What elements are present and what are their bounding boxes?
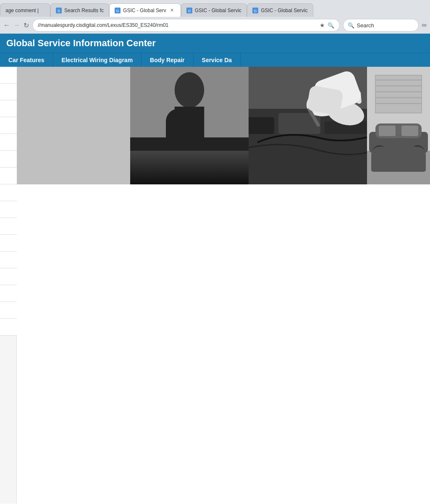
sidebar-item-1[interactable] <box>0 67 17 84</box>
search-magnifier-icon: 🔍 <box>328 22 334 29</box>
svg-rect-32 <box>375 85 422 87</box>
tab-4[interactable]: G GSIC - Global Servic <box>181 3 247 17</box>
content-area <box>17 67 430 504</box>
svg-rect-33 <box>375 91 422 92</box>
svg-point-43 <box>410 145 425 160</box>
hero-gray-placeholder <box>17 67 130 184</box>
tab-1-title: age comment | <box>5 8 45 13</box>
svg-point-42 <box>375 149 384 157</box>
tab-3[interactable]: G GSIC - Global Serv ✕ <box>109 3 181 17</box>
svg-point-44 <box>413 149 422 157</box>
nav-electrical-wiring[interactable]: Electrical Wiring Diagram <box>53 53 142 67</box>
nav-service-data[interactable]: Service Da <box>194 53 241 67</box>
sidebar-item-4[interactable] <box>0 117 17 134</box>
left-sidebar <box>0 67 17 504</box>
tab-5[interactable]: G GSIC - Global Servic <box>247 3 313 17</box>
sidebar-item-8[interactable] <box>0 184 17 201</box>
nav-body-repair[interactable]: Body Repair <box>142 53 193 67</box>
svg-rect-18 <box>249 117 274 134</box>
sidebar-item-3[interactable] <box>0 100 17 117</box>
reload-icon[interactable]: ↻ <box>24 21 29 29</box>
sidebar-item-10[interactable] <box>0 218 17 235</box>
sidebar-item-14[interactable] <box>0 285 17 302</box>
address-bar: ← → ↻ //manualespurdy.cisdigital.com/Lex… <box>0 17 430 34</box>
tab-3-favicon: G <box>115 8 121 13</box>
sidebar-item-2[interactable] <box>0 84 17 100</box>
svg-rect-13 <box>142 167 237 173</box>
svg-rect-11 <box>175 107 205 166</box>
svg-rect-36 <box>367 151 430 184</box>
back-icon[interactable]: ← <box>3 21 10 29</box>
search-bar[interactable]: 🔍 Search <box>343 19 419 32</box>
sidebar-item-12[interactable] <box>0 252 17 268</box>
svg-rect-24 <box>342 85 351 102</box>
hero-panel-1 <box>130 67 249 184</box>
hero-panel-3 <box>367 67 430 184</box>
site-title: Global Service Information Center <box>6 38 156 49</box>
sidebar-item-6[interactable] <box>0 151 17 168</box>
svg-rect-31 <box>375 79 422 81</box>
sidebar-item-13[interactable] <box>0 268 17 285</box>
svg-rect-34 <box>375 97 422 98</box>
tab-5-title: GSIC - Global Servic <box>261 8 307 13</box>
svg-text:G: G <box>116 9 119 13</box>
svg-rect-15 <box>189 176 237 181</box>
svg-rect-30 <box>375 75 422 113</box>
tab-2-favicon: S <box>56 8 62 13</box>
main-layout <box>0 67 430 504</box>
svg-rect-14 <box>148 176 184 181</box>
sidebar-item-16[interactable] <box>0 319 17 336</box>
sidebar-item-15[interactable] <box>0 302 17 319</box>
tab-4-favicon: G <box>186 8 192 13</box>
tab-2[interactable]: S Search Results fc <box>50 3 109 17</box>
tab-3-close-icon[interactable]: ✕ <box>169 7 176 14</box>
tab-4-title: GSIC - Global Servic <box>195 8 241 13</box>
sidebar-item-11[interactable] <box>0 235 17 252</box>
tab-3-title: GSIC - Global Serv <box>123 8 166 13</box>
svg-text:G: G <box>254 9 257 13</box>
tab-bar: age comment | S Search Results fc G GSIC… <box>0 0 430 17</box>
hero-panel-2 <box>249 67 367 184</box>
sidebar-item-5[interactable] <box>0 134 17 151</box>
svg-text:G: G <box>188 9 191 13</box>
search-label: Search <box>357 22 374 29</box>
svg-rect-9 <box>130 137 249 184</box>
browser-chrome: age comment | S Search Results fc G GSIC… <box>0 0 430 34</box>
svg-point-10 <box>175 72 205 108</box>
content-body <box>17 184 430 504</box>
svg-point-41 <box>372 145 387 160</box>
nav-bar: Car Features Electrical Wiring Diagram B… <box>0 53 430 67</box>
forward-icon[interactable]: → <box>13 21 20 29</box>
search-icon: 🔍 <box>348 22 354 29</box>
url-bar[interactable]: //manualespurdy.cisdigital.com/Lexus/ES3… <box>32 19 340 32</box>
sidebar-item-9[interactable] <box>0 201 17 218</box>
svg-rect-40 <box>401 126 418 136</box>
bookmark-icon[interactable]: ★ <box>320 22 325 29</box>
sidebar-item-7[interactable] <box>0 168 17 184</box>
svg-rect-12 <box>130 161 249 179</box>
hero-area <box>17 67 430 184</box>
url-text: //manualespurdy.cisdigital.com/Lexus/ES3… <box>38 22 317 28</box>
svg-rect-23 <box>335 87 345 103</box>
svg-rect-39 <box>379 126 396 136</box>
hero-images <box>130 67 430 184</box>
tab-5-favicon: G <box>252 8 258 13</box>
page-content: Global Service Information Center Car Fe… <box>0 34 430 504</box>
nav-car-features[interactable]: Car Features <box>0 53 53 67</box>
tab-1[interactable]: age comment | <box>0 3 50 17</box>
svg-text:S: S <box>58 9 60 13</box>
tab-2-title: Search Results fc <box>64 8 104 13</box>
site-header: Global Service Information Center <box>0 34 430 53</box>
svg-rect-25 <box>349 87 357 103</box>
svg-rect-35 <box>375 103 422 104</box>
infinity-icon[interactable]: ∞ <box>422 21 427 29</box>
